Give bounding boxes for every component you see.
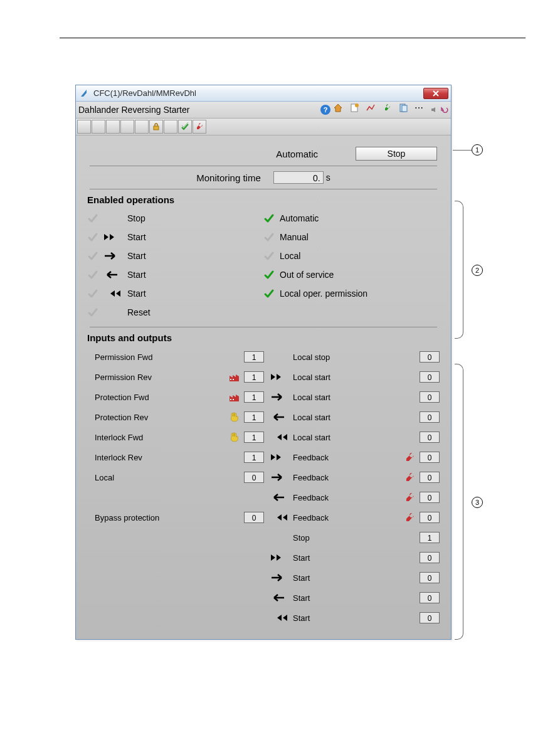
app-icon xyxy=(80,88,90,98)
monitoring-unit: s xyxy=(326,172,330,183)
ack-icon[interactable] xyxy=(178,120,192,134)
stop-button[interactable]: Stop xyxy=(356,147,437,161)
op-item: Out of service xyxy=(263,265,440,284)
io-row: Protection Rev 1 xyxy=(95,407,264,427)
factory-icon xyxy=(228,392,241,402)
factory-icon xyxy=(228,372,241,382)
enabled-ops-heading: Enabled operations xyxy=(87,194,440,205)
check-icon xyxy=(87,288,98,299)
io-row: Interlock Fwd 1 xyxy=(95,427,264,447)
toolbar-trend-icon[interactable] xyxy=(366,103,382,117)
toolbar-wrench-icon[interactable] xyxy=(382,103,398,117)
io-label: Feedback xyxy=(293,513,346,522)
io-value: 0 xyxy=(420,572,440,583)
check-icon xyxy=(87,250,98,262)
op-label: Start xyxy=(127,270,146,280)
check-icon xyxy=(87,307,98,318)
help-icon[interactable]: ? xyxy=(320,105,330,115)
direction-icon xyxy=(270,433,292,442)
direction-icon xyxy=(270,373,292,381)
io-label: Local start xyxy=(293,373,346,382)
wrench-icon xyxy=(403,452,417,462)
io-label: Feedback xyxy=(293,493,346,502)
monitoring-row: Monitoring time 0. s xyxy=(87,171,440,184)
op-label: Manual xyxy=(280,232,309,242)
close-button[interactable] xyxy=(423,88,448,99)
direction-icon xyxy=(103,233,126,241)
lock-icon[interactable] xyxy=(149,120,163,134)
io-value: 0 xyxy=(420,371,440,383)
io-row: Start 0 xyxy=(270,568,440,588)
op-item: Local xyxy=(263,246,440,265)
hand-icon xyxy=(228,432,241,442)
io-row: Bypass protection 0 xyxy=(95,507,264,527)
op-item: Stop xyxy=(87,209,263,228)
op-item: Start xyxy=(87,265,263,284)
io-row: Local start 0 xyxy=(270,407,440,427)
callout-2: 2 xyxy=(472,265,483,276)
svg-rect-4 xyxy=(154,126,159,130)
op-label: Stop xyxy=(127,213,145,223)
io-row: Local start 0 xyxy=(270,367,440,387)
check-icon xyxy=(263,213,275,224)
mode-row: Automatic Stop xyxy=(87,147,437,161)
maint-icon[interactable] xyxy=(193,120,206,134)
direction-icon xyxy=(270,553,292,562)
io-row: Stop 1 xyxy=(270,527,440,548)
check-icon xyxy=(263,231,275,243)
io-row: Local 0 xyxy=(95,467,264,487)
io-label: Local stop xyxy=(293,352,346,362)
separator xyxy=(90,327,437,327)
direction-icon xyxy=(103,252,126,260)
io-value: 1 xyxy=(244,391,264,403)
subtitle-row: Dahlander Reversing Starter ? ⋯ xyxy=(76,102,451,119)
io-label: Start xyxy=(293,573,346,583)
io-value: 1 xyxy=(244,452,264,463)
io-value: 0 xyxy=(244,512,264,523)
io-value: 0 xyxy=(420,411,440,423)
titlebar: CFC(1)/RevDahl/MMRevDhl xyxy=(76,85,451,102)
monitoring-value[interactable]: 0. xyxy=(273,171,324,184)
check-icon xyxy=(263,288,275,299)
status-toolbar xyxy=(76,119,451,135)
io-value: 0 xyxy=(420,452,440,463)
callout-1: 1 xyxy=(472,144,483,156)
status-slot xyxy=(92,120,105,134)
toolbar-home-icon[interactable] xyxy=(333,103,349,117)
op-label: Automatic xyxy=(280,213,319,223)
op-label: Out of service xyxy=(280,270,334,280)
io-row: Start 0 xyxy=(270,588,440,608)
io-row: Permission Rev 1 xyxy=(95,367,264,387)
io-value: 1 xyxy=(244,411,264,423)
io-label: Permission Fwd xyxy=(95,352,228,362)
io-value: 0 xyxy=(420,612,440,623)
status-slot xyxy=(135,120,149,134)
io-value: 0 xyxy=(420,391,440,403)
toolbar-mute-icon[interactable] xyxy=(431,105,438,115)
io-label: Permission Rev xyxy=(95,373,228,382)
op-label: Local oper. permission xyxy=(280,289,367,299)
toolbar-notes-icon[interactable] xyxy=(349,103,366,117)
io-value: 0 xyxy=(244,472,264,483)
direction-icon xyxy=(103,270,126,279)
toolbar-undo-icon[interactable] xyxy=(441,105,448,115)
direction-icon xyxy=(103,289,126,298)
op-item: Automatic xyxy=(263,209,440,228)
direction-icon xyxy=(270,593,292,602)
direction-icon xyxy=(270,393,292,401)
io-row: Local start 0 xyxy=(270,387,440,407)
io-value: 0 xyxy=(420,512,440,523)
op-label: Start xyxy=(127,232,146,242)
io-value: 1 xyxy=(244,351,264,363)
toolbar-more-icon[interactable]: ⋯ xyxy=(415,103,431,117)
io-value: 0 xyxy=(420,472,440,483)
io-heading: Inputs and outputs xyxy=(87,332,440,343)
direction-icon xyxy=(270,493,292,502)
io-label: Interlock Rev xyxy=(95,453,228,462)
toolbar-page-icon[interactable] xyxy=(398,103,415,117)
callout-3: 3 xyxy=(472,497,483,508)
direction-icon xyxy=(270,473,292,482)
window-title: CFC(1)/RevDahl/MMRevDhl xyxy=(93,88,423,98)
io-label: Start xyxy=(293,593,346,603)
io-row: Protection Fwd 1 xyxy=(95,387,264,407)
